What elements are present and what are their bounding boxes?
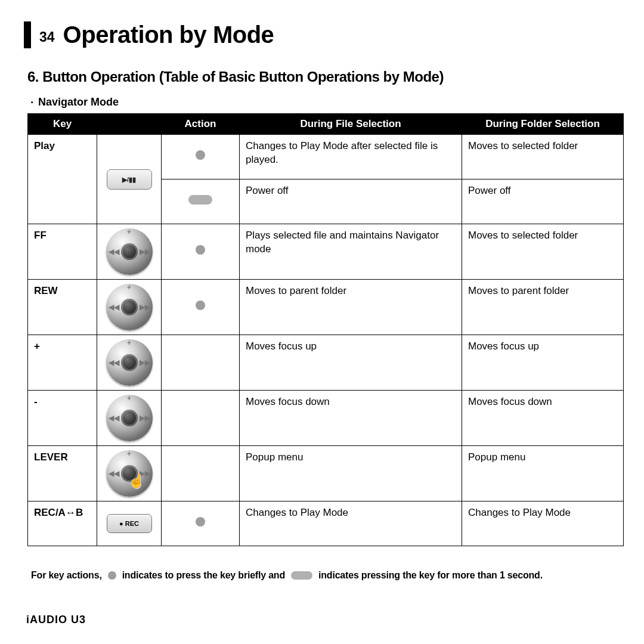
play-button-icon: ▶/▮▮ [107,169,152,190]
cell-icon: ▶/▮▮ [97,135,162,224]
table-row: FF+−◀◀▶▶Plays selected file and maintain… [28,224,624,280]
page-header: 34 Operation by Mode [24,21,620,48]
short-press-icon [108,571,116,580]
cell-file: Changes to Play Mode after selected file… [240,135,462,179]
cell-key: + [28,335,97,391]
cell-key: LEVER [28,446,97,501]
cell-folder: Moves to selected folder [462,224,624,280]
short-press-icon [196,517,205,527]
legend-short: indicates to press the key briefly and [122,570,285,581]
cell-action [162,179,240,224]
table-row: LEVER+−◀◀▶▶☝Popup menuPopup menu [28,446,624,501]
short-press-icon [196,245,205,255]
jog-dial-icon: +−◀◀▶▶ [106,228,153,275]
subsection-title: Navigator Mode [31,96,620,109]
long-press-icon [188,195,212,205]
cell-folder: Moves to parent folder [462,280,624,335]
cell-folder: Popup menu [462,446,624,501]
page-number: 34 [39,29,55,45]
table-row: REC/A↔B● RECChanges to Play ModeChanges … [28,501,624,546]
cell-file: Moves to parent folder [240,280,462,335]
long-press-icon [291,571,312,580]
cell-folder: Moves focus down [462,391,624,446]
short-press-icon [196,150,205,160]
cell-action [162,335,240,391]
cell-action [162,224,240,280]
cell-folder: Power off [462,179,624,224]
cell-icon: +−◀◀▶▶ [97,391,162,446]
jog-dial-icon: +−◀◀▶▶☝ [106,450,153,497]
cell-icon: +−◀◀▶▶ [97,280,162,335]
cell-file: Moves focus up [240,335,462,391]
cell-action [162,501,240,546]
cell-icon: ● REC [97,501,162,546]
rec-button-icon: ● REC [107,514,152,533]
cell-folder: Moves to selected folder [462,135,624,179]
cell-folder: Moves focus up [462,335,624,391]
th-key: Key [28,114,97,135]
cell-icon: +−◀◀▶▶ [97,335,162,391]
th-folder: During Folder Selection [462,114,624,135]
th-icon [97,114,162,135]
button-operation-table: Key Action During File Selection During … [27,113,624,546]
cell-action [162,391,240,446]
cell-file: Moves focus down [240,391,462,446]
legend-long: indicates pressing the key for more than… [318,570,543,581]
page-title: Operation by Mode [63,21,274,48]
cell-icon: +−◀◀▶▶ [97,224,162,280]
manual-page: 34 Operation by Mode 6. Button Operation… [0,0,644,644]
cell-icon: +−◀◀▶▶☝ [97,446,162,501]
cell-file: Changes to Play Mode [240,501,462,546]
cell-folder: Changes to Play Mode [462,501,624,546]
section-title: 6. Button Operation (Table of Basic Butt… [27,69,620,85]
cell-key: REC/A↔B [28,501,97,546]
action-legend: For key actions, indicates to press the … [31,570,620,581]
cell-action [162,446,240,501]
cell-key: FF [28,224,97,280]
table-row: -+−◀◀▶▶Moves focus downMoves focus down [28,391,624,446]
table-row: ++−◀◀▶▶Moves focus upMoves focus up [28,335,624,391]
table-row: Play▶/▮▮Changes to Play Mode after selec… [28,135,624,179]
press-pointer-icon: ☝ [128,472,144,490]
cell-file: Popup menu [240,446,462,501]
table-row: REW+−◀◀▶▶Moves to parent folderMoves to … [28,280,624,335]
cell-action [162,135,240,179]
th-action: Action [162,114,240,135]
cell-key: Play [28,135,97,224]
legend-prefix: For key actions, [31,570,102,581]
th-file: During File Selection [240,114,462,135]
cell-action [162,280,240,335]
footer-model: iAUDIO U3 [26,614,86,626]
cell-file: Power off [240,179,462,224]
short-press-icon [196,301,205,310]
jog-dial-icon: +−◀◀▶▶ [106,284,153,330]
cell-file: Plays selected file and maintains Naviga… [240,224,462,280]
jog-dial-icon: +−◀◀▶▶ [106,339,153,386]
cell-key: REW [28,280,97,335]
cell-key: - [28,391,97,446]
jog-dial-icon: +−◀◀▶▶ [106,395,153,441]
